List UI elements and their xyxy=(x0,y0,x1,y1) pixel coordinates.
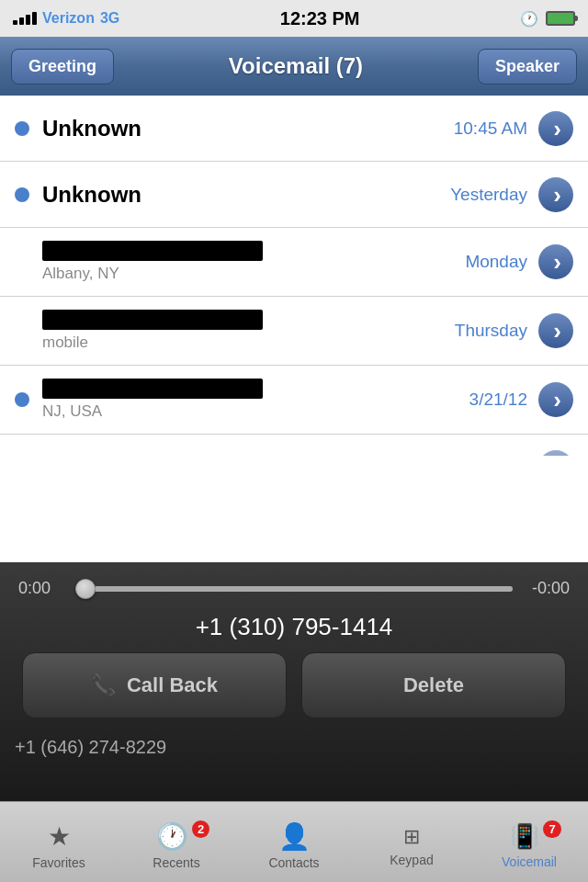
carrier-label: Verizon xyxy=(42,10,95,27)
call-back-label: Call Back xyxy=(127,673,218,697)
vm-info-6 xyxy=(42,456,475,457)
voicemail-item-2[interactable]: Unknown Yesterday xyxy=(0,162,588,228)
vm-info-2: Unknown xyxy=(42,182,450,208)
speaker-button[interactable]: Speaker xyxy=(478,49,577,85)
time-start-label: 0:00 xyxy=(18,579,64,598)
vm-sub-3: Albany, NY xyxy=(42,265,465,283)
vm-detail-button-3[interactable] xyxy=(538,244,573,279)
nav-title: Voicemail (7) xyxy=(229,53,363,79)
progress-area: 0:00 -0:00 xyxy=(0,562,588,607)
unread-indicator-5 xyxy=(15,392,29,407)
voicemail-item-5[interactable]: NJ, USA 3/21/12 xyxy=(0,366,588,435)
vm-info-1: Unknown xyxy=(42,116,454,141)
tab-bar: ★ Favorites 🕐 2 Recents 👤 Contacts ⊞ Key… xyxy=(0,801,588,882)
tab-favorites-icon-wrap: ★ xyxy=(48,821,71,852)
vm-time-1: 10:45 AM xyxy=(454,119,527,139)
voicemail-item-1[interactable]: Unknown 10:45 AM xyxy=(0,96,588,162)
vm-info-3: Albany, NY xyxy=(42,241,465,283)
progress-track[interactable] xyxy=(75,586,513,592)
time-end-label: -0:00 xyxy=(524,579,570,598)
vm-time-5: 3/21/12 xyxy=(469,390,527,410)
tab-recents[interactable]: 🕐 2 Recents xyxy=(118,802,235,882)
greeting-button[interactable]: Greeting xyxy=(11,49,114,85)
tab-voicemail[interactable]: 📳 7 Voicemail xyxy=(470,802,588,882)
unread-indicator-2 xyxy=(15,187,29,202)
tab-contacts-label: Contacts xyxy=(268,855,319,870)
vm-detail-button-5[interactable] xyxy=(538,382,573,417)
voicemail-item-4[interactable]: mobile Thursday xyxy=(0,297,588,366)
phone-icon: 📞 xyxy=(91,673,116,697)
delete-label: Delete xyxy=(403,673,464,697)
vm-info-4: mobile xyxy=(42,310,455,352)
voicemail-badge: 7 xyxy=(543,820,560,838)
status-bar: Verizon 3G 12:23 PM 🕐 xyxy=(0,0,588,37)
vm-detail-button-1[interactable] xyxy=(538,111,573,146)
voicemail-item-6[interactable]: 3/20/12 xyxy=(0,435,588,456)
voicemail-item-3[interactable]: Albany, NY Monday xyxy=(0,228,588,297)
tab-recents-label: Recents xyxy=(153,855,199,870)
vm-name-1: Unknown xyxy=(42,116,454,141)
player-buttons: 📞 Call Back Delete xyxy=(0,652,588,737)
contacts-icon: 👤 xyxy=(278,821,311,852)
clock-icon: 🕐 xyxy=(520,10,538,28)
phone-number-display: +1 (310) 795-1414 xyxy=(0,607,588,652)
status-right: 🕐 xyxy=(520,10,575,28)
progress-thumb[interactable] xyxy=(75,579,96,599)
tab-favorites[interactable]: ★ Favorites xyxy=(0,802,118,882)
vm-sub-4: mobile xyxy=(42,334,455,352)
tab-keypad-icon-wrap: ⊞ xyxy=(403,825,420,849)
voicemail-list: Unknown 10:45 AM Unknown Yesterday Alban… xyxy=(0,96,588,456)
player-panel: 0:00 -0:00 +1 (310) 795-1414 📞 Call Back… xyxy=(0,562,588,801)
unread-indicator-1 xyxy=(15,121,29,136)
tab-voicemail-icon-wrap: 📳 7 xyxy=(510,822,548,851)
tab-contacts[interactable]: 👤 Contacts xyxy=(235,802,353,882)
status-time: 12:23 PM xyxy=(280,8,360,29)
tab-keypad-label: Keypad xyxy=(390,853,433,867)
tab-keypad[interactable]: ⊞ Keypad xyxy=(353,802,470,882)
battery-icon xyxy=(546,11,575,26)
vm-detail-button-2[interactable] xyxy=(538,177,573,212)
voicemail-icon: 📳 xyxy=(510,822,539,851)
tab-voicemail-label: Voicemail xyxy=(502,854,557,869)
recents-icon: 🕐 xyxy=(156,821,188,852)
extra-number: +1 (646) 274-8229 xyxy=(0,737,588,758)
vm-info-5: NJ, USA xyxy=(42,379,469,421)
favorites-icon: ★ xyxy=(48,821,71,852)
delete-button[interactable]: Delete xyxy=(301,652,566,718)
vm-name-blacked-5 xyxy=(42,379,263,399)
vm-detail-button-4[interactable] xyxy=(538,313,573,348)
status-left: Verizon 3G xyxy=(13,10,119,27)
vm-detail-button-6[interactable] xyxy=(538,450,573,457)
vm-name-blacked-6 xyxy=(42,456,263,457)
call-back-button[interactable]: 📞 Call Back xyxy=(22,652,287,718)
signal-bars xyxy=(13,12,37,25)
tab-favorites-label: Favorites xyxy=(32,855,85,870)
keypad-icon: ⊞ xyxy=(403,825,420,849)
vm-name-2: Unknown xyxy=(42,182,450,208)
vm-time-2: Yesterday xyxy=(450,185,527,205)
vm-name-blacked-4 xyxy=(42,310,263,330)
vm-time-4: Thursday xyxy=(455,321,527,341)
tab-contacts-icon-wrap: 👤 xyxy=(278,821,311,852)
vm-name-blacked-3 xyxy=(42,241,263,261)
network-type-label: 3G xyxy=(100,10,119,27)
vm-sub-5: NJ, USA xyxy=(42,402,469,421)
recents-badge: 2 xyxy=(192,820,209,838)
vm-time-3: Monday xyxy=(465,252,527,272)
tab-recents-icon-wrap: 🕐 2 xyxy=(156,821,197,852)
nav-bar: Greeting Voicemail (7) Speaker xyxy=(0,37,588,96)
